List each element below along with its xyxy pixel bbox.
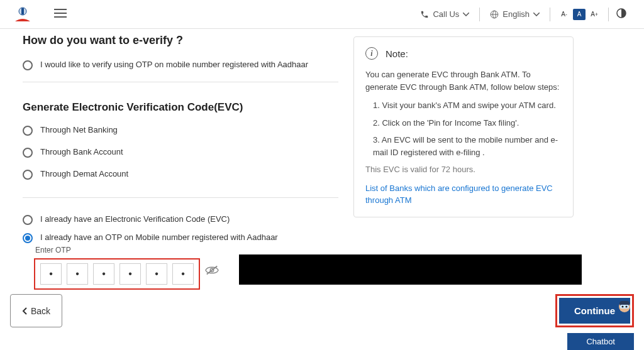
font-size-controls: A- A A+ <box>550 9 608 20</box>
otp-digit-1[interactable]: • <box>40 263 62 285</box>
font-increase-button[interactable]: A+ <box>588 9 601 20</box>
font-normal-button[interactable]: A <box>573 9 586 20</box>
otp-digit-5[interactable]: • <box>146 263 167 285</box>
option-bank-account[interactable]: Through Bank Account <box>23 147 338 158</box>
note-panel: i Note: You can generate EVC through Ban… <box>353 36 574 217</box>
radio-icon <box>23 60 33 70</box>
toggle-otp-visibility-icon[interactable] <box>205 265 219 276</box>
otp-digit-2[interactable]: • <box>67 263 88 285</box>
language-dropdown[interactable]: English <box>480 9 550 19</box>
option-aadhaar-otp[interactable]: I would like to verify using OTP on mobi… <box>23 60 338 70</box>
otp-digit-3[interactable]: • <box>93 263 114 285</box>
radio-icon <box>23 126 33 136</box>
otp-digit-4[interactable]: • <box>119 263 141 285</box>
svg-point-15 <box>626 306 628 308</box>
note-validity: This EVC is valid for 72 hours. <box>365 163 562 176</box>
note-step-3: 3. An EVC will be sent to the mobile num… <box>365 134 562 158</box>
top-header: Call Us English A- A A+ <box>0 0 644 29</box>
page-question: How do you want to e-verify ? <box>23 34 338 47</box>
phone-icon <box>420 10 429 19</box>
note-step-1: 1. Visit your bank's ATM and swipe your … <box>365 99 562 112</box>
chevron-down-icon <box>533 13 540 16</box>
note-title: Note: <box>386 48 408 59</box>
enter-otp-label: Enter OTP <box>35 246 338 254</box>
assistant-avatar <box>613 298 636 321</box>
evc-heading: Generate Electronic Verification Code(EV… <box>23 101 338 114</box>
svg-rect-1 <box>21 8 24 14</box>
otp-digit-6[interactable]: • <box>172 263 194 285</box>
radio-icon <box>23 215 33 225</box>
radio-icon <box>23 233 33 243</box>
note-step-2: 2. Click on the 'Pin for Income Tax fili… <box>365 117 562 129</box>
redacted-region <box>239 254 582 285</box>
info-icon: i <box>365 47 378 60</box>
option-have-aadhaar-otp[interactable]: I already have an OTP on Mobile number r… <box>23 232 338 243</box>
chatbot-tab[interactable]: Chatbot <box>567 333 634 350</box>
note-intro: You can generate EVC through Bank ATM. T… <box>365 68 562 93</box>
radio-icon <box>23 148 33 158</box>
svg-point-14 <box>622 306 624 308</box>
option-netbanking[interactable]: Through Net Banking <box>23 125 338 136</box>
chevron-left-icon <box>22 307 27 315</box>
option-have-evc[interactable]: I already have an Electronic Verificatio… <box>23 214 338 225</box>
font-decrease-button[interactable]: A- <box>558 9 570 20</box>
svg-rect-16 <box>619 312 630 321</box>
back-button[interactable]: Back <box>10 294 62 327</box>
chevron-down-icon <box>463 13 469 16</box>
menu-icon[interactable] <box>54 9 67 19</box>
contrast-toggle[interactable] <box>609 8 634 20</box>
svg-rect-13 <box>620 305 629 309</box>
radio-icon <box>23 170 33 180</box>
call-us-dropdown[interactable]: Call Us <box>410 9 479 19</box>
bank-list-link[interactable]: List of Banks which are configured to ge… <box>365 182 562 207</box>
otp-input-group[interactable]: • • • • • • <box>34 258 200 290</box>
option-demat-account[interactable]: Through Demat Account <box>23 169 338 180</box>
govt-logo <box>10 4 35 25</box>
contrast-icon <box>616 8 626 18</box>
globe-icon <box>490 10 499 19</box>
